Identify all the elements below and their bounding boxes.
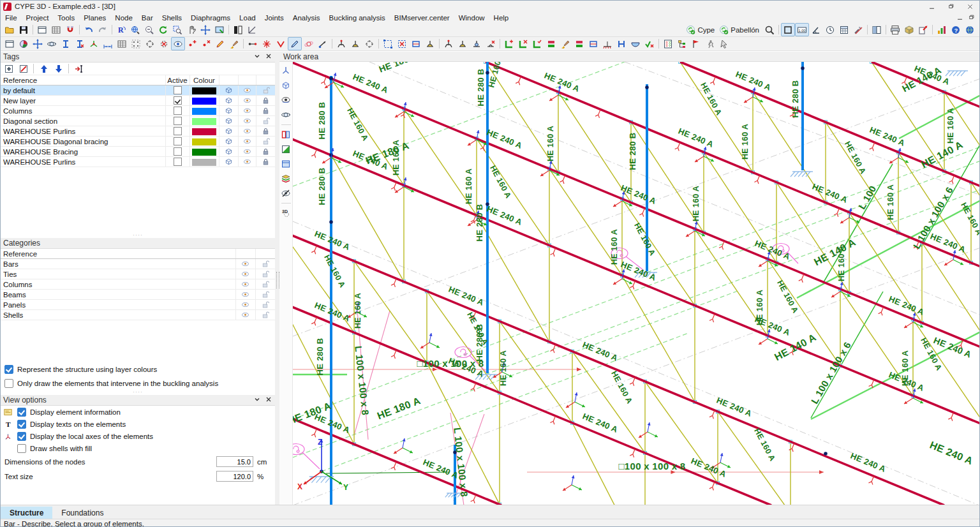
run-analysis-icon[interactable] <box>703 37 717 50</box>
menu-shells[interactable]: Shells <box>158 14 186 22</box>
pabellon-sync-icon[interactable] <box>718 23 730 36</box>
zoom-all-icon[interactable] <box>128 23 142 36</box>
new-bracing-icon[interactable] <box>502 37 516 50</box>
text-size-input[interactable] <box>216 471 253 482</box>
open-icon[interactable] <box>3 23 17 36</box>
menu-bimserver-center[interactable]: BIMserver.center <box>390 14 454 22</box>
menu-bar[interactable]: Bar <box>137 14 158 22</box>
menu-planes[interactable]: Planes <box>79 14 110 22</box>
rotate-elements-icon[interactable] <box>45 37 59 50</box>
paint-layers-icon[interactable] <box>558 37 572 50</box>
redo-icon[interactable] <box>96 23 110 36</box>
eye-icon[interactable] <box>238 157 256 167</box>
print-window-icon[interactable] <box>35 23 49 36</box>
category-row[interactable]: Ties <box>1 269 275 279</box>
eye-icon[interactable] <box>235 269 255 279</box>
view-option-checkbox[interactable] <box>17 444 26 453</box>
mdi-restore-button[interactable] <box>965 13 977 22</box>
orbit-eye-icon[interactable] <box>279 94 293 107</box>
delete-bar-icon[interactable] <box>73 37 87 50</box>
tab-foundations[interactable]: Foundations <box>52 507 112 519</box>
add-tag-icon[interactable] <box>2 63 15 75</box>
colour-swatch[interactable] <box>192 159 216 166</box>
active-checkbox[interactable] <box>174 127 182 135</box>
active-checkbox[interactable] <box>174 137 182 145</box>
colour-swatch[interactable] <box>192 118 216 125</box>
category-row[interactable]: Panels <box>1 300 275 310</box>
active-checkbox[interactable] <box>174 158 182 166</box>
check-bracing-icon[interactable] <box>530 37 544 50</box>
tag-row[interactable]: WAREHOUSE Purlins <box>1 157 275 167</box>
menu-analysis[interactable]: Analysis <box>288 14 325 22</box>
chevron-down-icon[interactable] <box>253 52 261 62</box>
configuration-icon[interactable] <box>851 23 865 36</box>
support-delete-icon[interactable] <box>484 37 498 50</box>
move-elements-icon[interactable] <box>31 37 45 50</box>
tag-row[interactable]: Diagonal section <box>1 116 275 126</box>
tag-row[interactable]: New layer <box>1 96 275 106</box>
option-layer-colours[interactable]: Represent the structure using layer colo… <box>1 362 275 376</box>
unlock-icon[interactable] <box>255 279 275 290</box>
splitter-handle-2[interactable]: ···· <box>1 390 275 395</box>
reports-icon[interactable] <box>935 23 949 36</box>
shading-icon[interactable] <box>279 143 293 156</box>
splitter-handle[interactable]: ···· <box>1 234 275 238</box>
active-checkbox[interactable] <box>174 117 182 125</box>
zoom-window-icon[interactable] <box>170 23 184 36</box>
move-node-icon[interactable] <box>316 37 330 50</box>
colour-swatch[interactable] <box>192 98 216 105</box>
menu-file[interactable]: File <box>1 14 22 22</box>
cube-icon[interactable] <box>219 96 238 106</box>
layer-stack-icon[interactable] <box>544 37 558 50</box>
menu-help[interactable]: Help <box>489 14 514 22</box>
eye-icon[interactable] <box>235 310 255 320</box>
export-icon[interactable] <box>916 23 930 36</box>
eye-icon[interactable] <box>238 85 256 96</box>
lock-icon[interactable] <box>256 147 275 157</box>
view-option-row[interactable]: Display the local axes of the elements <box>1 430 275 442</box>
search-icon[interactable] <box>762 23 776 36</box>
view-option-row[interactable]: TDisplay texts on the elements <box>1 418 275 430</box>
help-icon[interactable]: ? <box>949 23 963 36</box>
element-tree-icon[interactable] <box>675 37 689 50</box>
node-target-icon[interactable] <box>362 37 376 50</box>
eye-icon[interactable] <box>238 96 256 106</box>
menu-diaphragms[interactable]: Diaphragms <box>186 14 235 22</box>
lock-icon[interactable] <box>256 126 275 137</box>
eye-icon[interactable] <box>235 259 255 269</box>
move-up-icon[interactable] <box>37 63 50 75</box>
delete-node-icon[interactable] <box>157 37 171 50</box>
coordinate-axes-icon[interactable] <box>245 23 259 36</box>
category-row[interactable]: Shells <box>1 310 275 320</box>
delete-bracing-icon[interactable] <box>516 37 530 50</box>
undo-icon[interactable] <box>82 23 96 36</box>
new-window-icon[interactable] <box>3 37 17 50</box>
redraw-icon[interactable]: R <box>114 23 128 36</box>
move-down-icon[interactable] <box>52 63 65 75</box>
unlock-icon[interactable] <box>255 310 275 320</box>
local-axes-icon[interactable] <box>87 37 101 50</box>
colour-swatch[interactable] <box>192 128 216 135</box>
hide-elements-icon[interactable] <box>279 187 293 200</box>
unlock-icon[interactable] <box>255 300 275 310</box>
deflection-icon[interactable] <box>628 37 642 50</box>
eaves-icon[interactable] <box>423 37 437 50</box>
select-node-icon[interactable] <box>143 37 157 50</box>
view-option-checkbox[interactable] <box>17 432 26 441</box>
view-option-row[interactable]: Draw shells with fill <box>1 442 275 454</box>
active-checkbox[interactable] <box>174 86 182 94</box>
new-node-icon[interactable] <box>185 37 199 50</box>
online-icon[interactable] <box>963 23 977 36</box>
tag-row[interactable]: WAREHOUSE Diagonal bracing <box>1 137 275 147</box>
active-checkbox[interactable] <box>174 96 182 105</box>
layer-stack-2-icon[interactable] <box>572 37 586 50</box>
category-row[interactable]: Columns <box>1 279 275 290</box>
section-planes-icon[interactable] <box>279 128 293 141</box>
scale-1-00-icon[interactable]: 1.00 <box>795 23 809 36</box>
active-checkbox[interactable] <box>174 107 182 115</box>
support-roller-icon[interactable] <box>470 37 484 50</box>
pan-icon[interactable] <box>184 23 198 36</box>
select-arrow-icon[interactable] <box>717 37 731 50</box>
minimize-button[interactable] <box>922 1 941 12</box>
reference-square-icon[interactable] <box>781 23 795 36</box>
